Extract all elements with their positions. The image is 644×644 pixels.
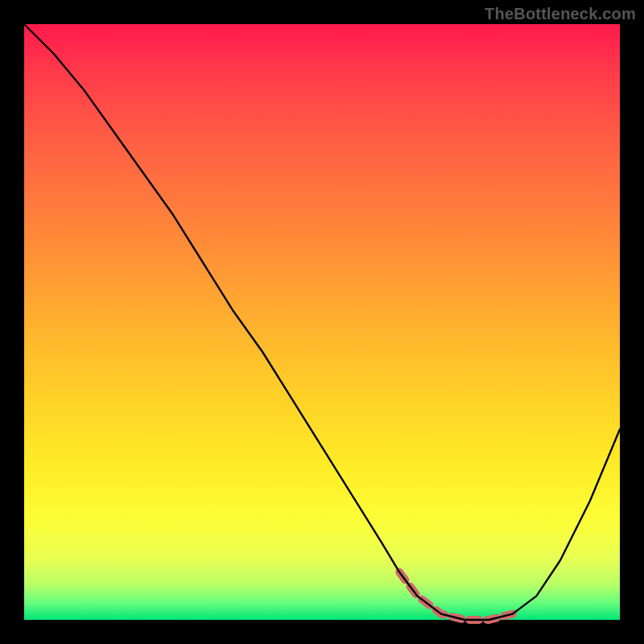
- curve-svg: [24, 24, 620, 620]
- chart-stage: TheBottleneck.com: [0, 0, 644, 644]
- watermark-text: TheBottleneck.com: [485, 5, 636, 23]
- bottleneck-curve: [24, 24, 620, 620]
- plot-area: [24, 24, 620, 620]
